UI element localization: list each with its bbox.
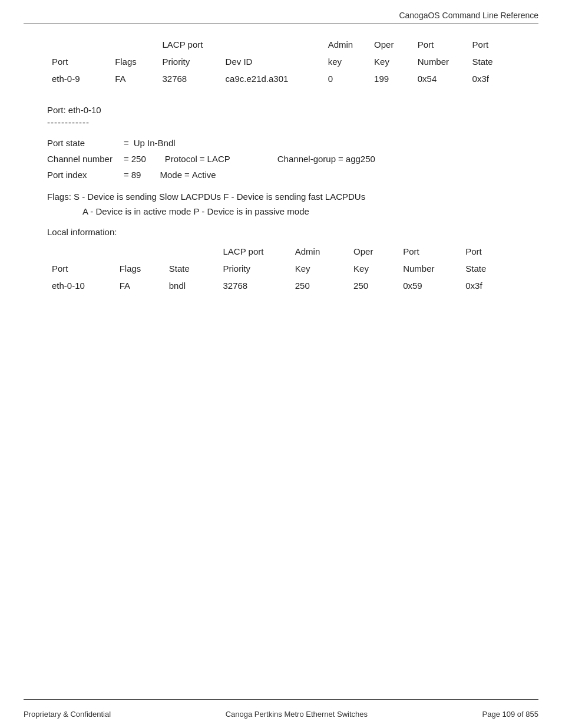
footer-left: Proprietary & Confidential: [24, 710, 111, 719]
port-state-eq: =: [124, 138, 129, 148]
t2d-c3: bndl: [164, 277, 219, 294]
t2h1-c5: Admin: [290, 243, 349, 260]
channel-gorup-eq: =: [338, 154, 343, 164]
protocol-label: Protocol: [165, 154, 197, 164]
table1-header-row1: LACP port Admin Oper Port Port: [47, 36, 515, 53]
t2d-c4: 32768: [218, 277, 290, 294]
t1d-c2: FA: [110, 70, 157, 87]
port-index-eq: =: [124, 170, 129, 180]
t1h2-c3: Priority: [157, 53, 220, 70]
port-section: Port: eth-0-10 ------------ Port state =…: [47, 105, 515, 180]
t1h2-c4: Dev ID: [221, 53, 323, 70]
t1h1-c3: LACP port: [157, 36, 220, 53]
t2h2-c8: State: [461, 260, 515, 277]
local-info-label: Local information:: [47, 227, 515, 237]
t1d-c1: eth-0-9: [47, 70, 110, 87]
t2h1-c1: [47, 243, 115, 260]
t1d-c7: 0x54: [413, 70, 468, 87]
t2h1-c7: Port: [398, 243, 461, 260]
t1d-c4: ca9c.e21d.a301: [221, 70, 323, 87]
t1h1-c5: Admin: [323, 36, 369, 53]
channel-row: Channel number = 250 Protocol = LACP Cha…: [47, 154, 515, 164]
channel-number-label: Channel number: [47, 154, 124, 164]
t1d-c6: 199: [369, 70, 413, 87]
t1h1-c7: Port: [413, 36, 468, 53]
t2h1-c2: [115, 243, 164, 260]
port-index-row: Port index = 89 Mode = Active: [47, 170, 515, 180]
protocol-eq: =: [200, 154, 205, 164]
t1d-c5: 0: [323, 70, 369, 87]
port-state-value: Up In-Bndl: [134, 138, 176, 148]
table2-header-row2: Port Flags State Priority Key Key Number…: [47, 260, 515, 277]
t1h1-c2: [110, 36, 157, 53]
t1h1-c8: Port: [468, 36, 515, 53]
footer-right: Page 109 of 855: [482, 710, 538, 719]
t2d-c2: FA: [115, 277, 164, 294]
t1h2-c7: Number: [413, 53, 468, 70]
port-index-value: 89: [131, 170, 141, 180]
t1h2-c5: key: [323, 53, 369, 70]
port-index-label: Port index: [47, 170, 124, 180]
flags-line2: A - Device is in active mode P - Device …: [82, 206, 515, 216]
t2h2-c1: Port: [47, 260, 115, 277]
t1h1-c6: Oper: [369, 36, 413, 53]
table1-data-row: eth-0-9 FA 32768 ca9c.e21d.a301 0 199 0x…: [47, 70, 515, 87]
port-state-label: Port state: [47, 138, 124, 148]
mode-value: Active: [192, 170, 216, 180]
mode-eq: =: [184, 170, 190, 180]
t2d-c7: 0x59: [398, 277, 461, 294]
header-title: CanogaOS Command Line Reference: [399, 11, 538, 20]
port-state-row: Port state = Up In-Bndl: [47, 138, 515, 148]
page-header: CanogaOS Command Line Reference: [0, 0, 562, 20]
table1-wrap: LACP port Admin Oper Port Port Port Flag…: [47, 36, 515, 87]
table2: LACP port Admin Oper Port Port Port Flag…: [47, 243, 515, 294]
t1h2-c8: State: [468, 53, 515, 70]
mode-label: Mode: [160, 170, 182, 180]
page-footer: Proprietary & Confidential Canoga Pertki…: [0, 710, 562, 719]
t1h2-c1: Port: [47, 53, 110, 70]
channel-gorup-value: agg250: [346, 154, 375, 164]
t1h1-c1: [47, 36, 110, 53]
t2h2-c5: Key: [290, 260, 349, 277]
t1h2-c6: Key: [369, 53, 413, 70]
t2h2-c7: Number: [398, 260, 461, 277]
local-info-section: Local information: LACP port Admin Oper …: [47, 227, 515, 294]
t2h2-c3: State: [164, 260, 219, 277]
footer-center: Canoga Pertkins Metro Ethernet Switches: [226, 710, 368, 719]
flags-section: Flags: S - Device is sending Slow LACPDU…: [47, 192, 515, 216]
t2d-c1: eth-0-10: [47, 277, 115, 294]
t2d-c6: 250: [349, 277, 398, 294]
channel-gorup-label: Channel-gorup: [277, 154, 336, 164]
protocol-value: LACP: [207, 154, 230, 164]
t2h2-c6: Key: [349, 260, 398, 277]
flags-line1: Flags: S - Device is sending Slow LACPDU…: [47, 192, 515, 202]
t2h2-c2: Flags: [115, 260, 164, 277]
table2-data-row: eth-0-10 FA bndl 32768 250 250 0x59 0x3f: [47, 277, 515, 294]
divider: ------------: [47, 117, 515, 127]
t2h1-c4: LACP port: [218, 243, 290, 260]
t1d-c8: 0x3f: [468, 70, 515, 87]
table1-header-row2: Port Flags Priority Dev ID key Key Numbe…: [47, 53, 515, 70]
table1: LACP port Admin Oper Port Port Port Flag…: [47, 36, 515, 87]
t2h2-c4: Priority: [218, 260, 290, 277]
t2h1-c3: [164, 243, 219, 260]
table2-wrap: LACP port Admin Oper Port Port Port Flag…: [47, 243, 515, 294]
t2h1-c8: Port: [461, 243, 515, 260]
footer-rule: [24, 699, 538, 700]
t2d-c5: 250: [290, 277, 349, 294]
channel-number-eq: =: [124, 154, 129, 164]
t1h2-c2: Flags: [110, 53, 157, 70]
t1d-c3: 32768: [157, 70, 220, 87]
channel-number-value: 250: [131, 154, 146, 164]
t2h1-c6: Oper: [349, 243, 398, 260]
port-label: Port: eth-0-10: [47, 105, 515, 115]
table2-header-row1: LACP port Admin Oper Port Port: [47, 243, 515, 260]
main-content: LACP port Admin Oper Port Port Port Flag…: [0, 24, 562, 312]
t2d-c8: 0x3f: [461, 277, 515, 294]
t1h1-c4: [221, 36, 323, 53]
